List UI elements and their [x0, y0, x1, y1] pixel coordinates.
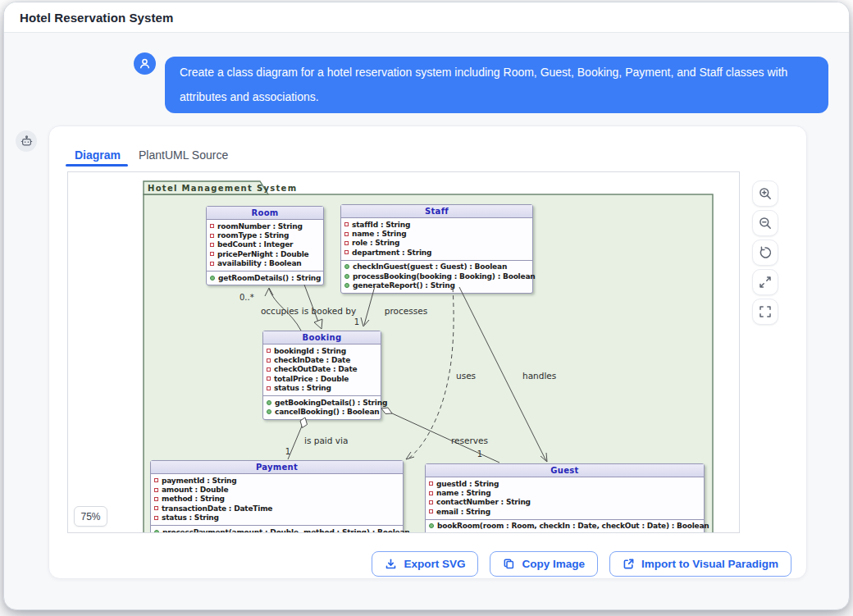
method-list: checkInGuest(guest : Guest) : Booleanpro…: [341, 260, 532, 293]
page-title: Hotel Reservation System: [20, 11, 173, 25]
external-link-icon: [623, 558, 635, 570]
private-attribute-icon: [154, 516, 158, 520]
uml-attribute: guestId : String: [429, 479, 700, 488]
uml-attribute: method : String: [154, 495, 399, 504]
uml-attribute: staffId : String: [344, 220, 529, 229]
private-attribute-icon: [429, 491, 433, 495]
method-list: processPayment(amount : Double, method :…: [151, 525, 403, 533]
tab-diagram[interactable]: Diagram: [75, 148, 121, 162]
zoom-in-icon: [758, 186, 773, 201]
public-method-icon: [429, 523, 434, 528]
private-attribute-icon: [210, 252, 214, 256]
button-label: Copy Image: [522, 558, 585, 570]
uml-attribute: department : String: [344, 248, 529, 257]
uml-attribute: status : String: [154, 513, 399, 522]
uml-attribute: name : String: [429, 488, 700, 497]
user-message-bubble: Create a class diagram for a hotel reser…: [165, 57, 828, 113]
uml-attribute: name : String: [344, 229, 529, 238]
private-attribute-icon: [210, 234, 214, 238]
expand-button[interactable]: [752, 269, 778, 295]
public-method-icon: [267, 409, 271, 414]
reset-view-button[interactable]: [752, 240, 778, 266]
private-attribute-icon: [267, 367, 271, 372]
copy-image-button[interactable]: Copy Image: [490, 551, 598, 577]
copy-icon: [503, 558, 515, 570]
person-icon: [138, 57, 152, 71]
uml-attribute: transactionDate : DateTime: [154, 504, 399, 513]
download-icon: [385, 558, 397, 570]
user-message-line: Create a class diagram for a hotel reser…: [180, 60, 814, 84]
uml-attribute: amount : Double: [154, 485, 399, 494]
public-method-icon: [267, 400, 271, 405]
uml-method: generateReport() : String: [344, 281, 529, 290]
uml-method: processPayment(amount : Double, method :…: [154, 527, 399, 533]
attribute-list: bookingId : StringcheckInDate : Datechec…: [263, 345, 381, 395]
user-message-line: attributes and associations.: [180, 84, 814, 109]
uml-method: getBookingDetails() : String: [267, 398, 377, 407]
class-name: Booking: [263, 331, 381, 345]
tab-plantuml-source[interactable]: PlantUML Source: [139, 148, 228, 162]
uml-attribute: checkInDate : Date: [267, 355, 377, 364]
public-method-icon: [344, 274, 349, 279]
private-attribute-icon: [267, 376, 271, 381]
class-name: Guest: [426, 464, 704, 477]
uml-class-staff: Staff staffId : Stringname : Stringrole …: [340, 204, 533, 294]
user-avatar: [134, 52, 156, 75]
result-card: Diagram PlantUML Source Hotel Management…: [48, 125, 807, 579]
fullscreen-icon: [758, 304, 773, 319]
uml-attribute: checkOutDate : Date: [267, 365, 377, 374]
uml-attribute: totalPrice : Double: [267, 374, 377, 383]
attribute-list: staffId : Stringname : Stringrole : Stri…: [341, 218, 532, 260]
uml-attribute: pricePerNight : Double: [210, 249, 320, 258]
uml-method: checkInGuest(guest : Guest) : Boolean: [344, 262, 529, 271]
uml-class-room: Room roomNumber : StringroomType : Strin…: [206, 206, 324, 285]
private-attribute-icon: [429, 509, 433, 513]
uml-class-payment: Payment paymentId : Stringamount : Doubl…: [150, 460, 404, 533]
import-to-visual-paradigm-button[interactable]: Import to Visual Paradigm: [609, 551, 791, 577]
method-list: getBookingDetails() : StringcancelBookin…: [263, 395, 381, 419]
private-attribute-icon: [344, 250, 349, 254]
active-tab-indicator: [66, 164, 128, 167]
uml-attribute: roomType : String: [210, 230, 320, 240]
private-attribute-icon: [267, 386, 271, 390]
uml-attribute: bookingId : String: [267, 346, 377, 355]
uml-attribute: contactNumber : String: [429, 498, 700, 507]
public-method-icon: [344, 264, 349, 269]
zoom-out-icon: [758, 216, 773, 230]
diagram-canvas[interactable]: Hotel Management System Room roomNumber …: [67, 171, 740, 533]
private-attribute-icon: [154, 506, 158, 510]
private-attribute-icon: [154, 478, 158, 482]
export-svg-button[interactable]: Export SVG: [372, 551, 478, 577]
public-method-icon: [154, 530, 159, 533]
uml-attribute: roomNumber : String: [210, 221, 320, 230]
public-method-icon: [210, 276, 215, 281]
uml-class-booking: Booking bookingId : StringcheckInDate : …: [262, 331, 381, 420]
class-name: Staff: [341, 205, 532, 218]
uml-attribute: email : String: [429, 507, 700, 516]
fullscreen-button[interactable]: [752, 299, 778, 325]
private-attribute-icon: [344, 241, 349, 245]
app-window: Hotel Reservation System Create a class …: [3, 2, 850, 610]
zoom-in-button[interactable]: [752, 180, 778, 207]
package-title: Hotel Management System: [148, 184, 297, 193]
uml-attribute: status : String: [267, 384, 377, 393]
zoom-controls: [752, 180, 778, 325]
private-attribute-icon: [267, 358, 271, 363]
reset-icon: [758, 245, 773, 260]
assistant-avatar: [16, 130, 37, 152]
button-label: Export SVG: [404, 558, 465, 570]
uml-method: getGuestInfo() : String: [429, 531, 700, 533]
uml-attribute: role : String: [344, 239, 529, 248]
private-attribute-icon: [154, 497, 158, 501]
uml-method: processBooking(booking : Booking) : Bool…: [344, 271, 529, 281]
uml-method: getRoomDetails() : String: [210, 273, 320, 282]
public-method-icon: [344, 283, 349, 288]
zoom-out-button[interactable]: [752, 210, 778, 236]
attribute-list: paymentId : Stringamount : Doublemethod …: [151, 474, 403, 525]
attribute-list: roomNumber : StringroomType : StringbedC…: [207, 220, 323, 271]
robot-icon: [21, 135, 33, 148]
uml-attribute: availability : Boolean: [210, 259, 320, 268]
private-attribute-icon: [344, 232, 349, 236]
expand-icon: [758, 275, 773, 290]
class-name: Payment: [151, 461, 403, 474]
